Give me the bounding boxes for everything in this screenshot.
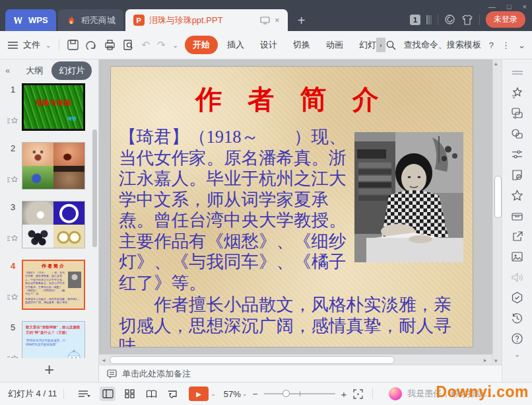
slide-2-preview[interactable]: [22, 142, 85, 190]
tab-insert[interactable]: 插入: [219, 36, 252, 54]
tab-design[interactable]: 设计: [252, 36, 285, 54]
redo-icon[interactable]: ↷: [157, 39, 166, 51]
scroll-right-icon[interactable]: ▸: [481, 357, 490, 363]
login-button[interactable]: 未登录: [486, 11, 525, 28]
horizontal-scrollbar[interactable]: ◂ ▸: [99, 354, 492, 365]
tab-animation[interactable]: 动画: [318, 36, 351, 54]
scroll-down-icon[interactable]: ▾: [494, 357, 498, 364]
rail-drag-handle[interactable]: [502, 62, 532, 83]
export-pdf-icon[interactable]: [86, 40, 97, 50]
help-icon[interactable]: ?: [489, 40, 494, 50]
photo-album-icon[interactable]: [502, 246, 532, 267]
field-person-photo: [22, 166, 53, 189]
chevron-down-icon[interactable]: ⌄: [46, 42, 51, 49]
zoom-slider[interactable]: [264, 393, 335, 394]
play-slideshow-button[interactable]: ▶: [189, 387, 209, 401]
slide-thumb-4-selected[interactable]: 4 作者简介 【琦君】（1918～ ）现、当代女作家。原名潘希真。浙江永嘉人。毕…: [4, 260, 91, 310]
slide-body-textbox[interactable]: 【琦君】（1918～ ）现、当代女作家。原名潘希真。浙江永嘉人。毕业于杭州之江大…: [119, 127, 463, 347]
tab-docer-store[interactable]: 稻壳商城: [58, 9, 123, 31]
slide-thumb-5[interactable]: 5 散文贵在“形散神聚”，那么这篇散文的“神”是什么？（文眼） “眼因多流泪水而…: [4, 321, 91, 358]
minimize-button[interactable]: —: [488, 2, 496, 11]
horizontal-scrollbar-thumb[interactable]: [110, 356, 395, 364]
vertical-scrollbar[interactable]: ▴ ▾: [492, 59, 502, 365]
undo-icon[interactable]: ↶: [141, 39, 150, 51]
tab-home[interactable]: 开始: [185, 36, 218, 54]
reading-view-button[interactable]: [143, 387, 159, 401]
normal-view-button[interactable]: [100, 387, 116, 401]
close-tab-icon[interactable]: ×: [275, 15, 280, 25]
grass-photo-background: 泪珠与珍珠 琦君: [24, 85, 83, 129]
play-options-caret[interactable]: ⌄: [211, 390, 216, 397]
smart-beautify-icon[interactable]: [502, 83, 532, 103]
tab-slides-active[interactable]: 幻灯片: [51, 61, 92, 80]
notes-placeholder[interactable]: 单击此处添加备注: [122, 368, 191, 380]
object-properties-icon[interactable]: [502, 144, 532, 165]
slide-3-preview[interactable]: [22, 201, 85, 248]
slide-thumb-2[interactable]: 2: [4, 142, 91, 190]
scroll-left-icon[interactable]: ◂: [99, 357, 108, 363]
fit-to-window-button[interactable]: [353, 389, 363, 399]
new-tab-button[interactable]: +: [298, 14, 306, 27]
zoom-slider-handle[interactable]: [283, 390, 290, 397]
collapse-panel-button[interactable]: «: [5, 65, 10, 75]
favorites-star-icon[interactable]: [502, 185, 532, 205]
vertical-scrollbar-thumb[interactable]: [494, 176, 502, 218]
tab-transitions[interactable]: 切换: [285, 36, 318, 54]
maximize-button[interactable]: □: [507, 2, 512, 11]
slide-title[interactable]: 作 者 简 介: [111, 81, 473, 118]
more-options-icon[interactable]: ⋮: [502, 40, 510, 50]
slide-5-preview[interactable]: 散文贵在“形散神聚”，那么这篇散文的“神”是什么？（文眼） “眼因多流泪水而愈益…: [22, 321, 85, 358]
resource-box-icon[interactable]: [502, 205, 532, 226]
zoom-level[interactable]: 57%: [224, 389, 241, 399]
sidebar-scrollbar[interactable]: [92, 86, 97, 355]
collapse-ribbon-icon[interactable]: ⌄: [518, 40, 525, 50]
author-photo[interactable]: [354, 132, 463, 262]
assistant-avatar-icon[interactable]: [389, 387, 402, 400]
sidebar-scrollbar-thumb[interactable]: [92, 129, 97, 247]
zoom-in-button[interactable]: +: [341, 388, 347, 400]
tab-label: 稻壳商城: [81, 15, 116, 26]
print-preview-icon[interactable]: [123, 40, 134, 50]
convert-slides-icon[interactable]: [502, 103, 532, 124]
right-toolbar: ⌄: [502, 59, 532, 382]
notes-toggle[interactable]: [79, 390, 90, 398]
skin-shirt-icon[interactable]: [461, 15, 473, 25]
add-slide-button[interactable]: +: [44, 361, 54, 378]
current-slide[interactable]: 作 者 简 介: [111, 67, 473, 347]
rail-help-icon[interactable]: [502, 328, 532, 349]
insert-picture-icon[interactable]: [502, 165, 532, 185]
shapes-icon[interactable]: [502, 124, 532, 144]
save-icon[interactable]: [67, 40, 79, 50]
slideshow-setup-button[interactable]: [165, 387, 181, 401]
tab-document-active[interactable]: P 泪珠与珍珠ppt.PPT ×: [125, 9, 288, 31]
notes-bar[interactable]: 单击此处添加备注: [99, 365, 532, 382]
zoom-caret-icon[interactable]: ⌄: [242, 390, 248, 397]
document-title: 泪珠与珍珠ppt.PPT: [149, 15, 255, 26]
tab-slideshow-clipped[interactable]: 幻灯: [351, 36, 376, 54]
share-icon[interactable]: [502, 226, 532, 246]
print-icon[interactable]: [104, 40, 116, 50]
present-to-screen-icon[interactable]: [260, 17, 270, 24]
zoom-out-button[interactable]: −: [252, 388, 257, 399]
ribbon-tabs-overflow-button[interactable]: ›: [376, 38, 385, 52]
history-version-icon[interactable]: [502, 308, 532, 328]
file-menu[interactable]: 文件: [23, 39, 40, 51]
slide-sorter-view-button[interactable]: [121, 387, 137, 401]
chevron-down-icon[interactable]: ⌄: [173, 42, 178, 49]
command-search-input[interactable]: 查找命令、搜索模板: [404, 39, 481, 51]
close-window-button[interactable]: ×: [523, 2, 527, 11]
window-stack-icon[interactable]: [426, 15, 432, 25]
tab-outline[interactable]: 大纲: [26, 65, 43, 77]
rail-more-chevron[interactable]: ⌄: [514, 350, 520, 359]
scroll-up-icon[interactable]: ▴: [494, 60, 498, 67]
slide-4-preview[interactable]: 作者简介 【琦君】（1918～ ）现、当代女作家。原名潘希真。浙江永嘉人。毕业于…: [22, 260, 85, 310]
member-ring-icon[interactable]: [444, 14, 455, 25]
slide-1-preview[interactable]: 泪珠与珍珠 琦君: [22, 83, 85, 131]
slide-thumb-1[interactable]: 1 泪珠与珍珠 琦君: [4, 83, 91, 131]
tab-count-badge[interactable]: 1: [410, 15, 420, 25]
menu-icon[interactable]: [8, 42, 18, 49]
safe-mode-icon[interactable]: [502, 287, 532, 308]
tab-wps-home[interactable]: WPS: [5, 9, 56, 31]
slide-thumb-3[interactable]: 3: [4, 201, 91, 248]
search-icon[interactable]: [386, 40, 396, 50]
